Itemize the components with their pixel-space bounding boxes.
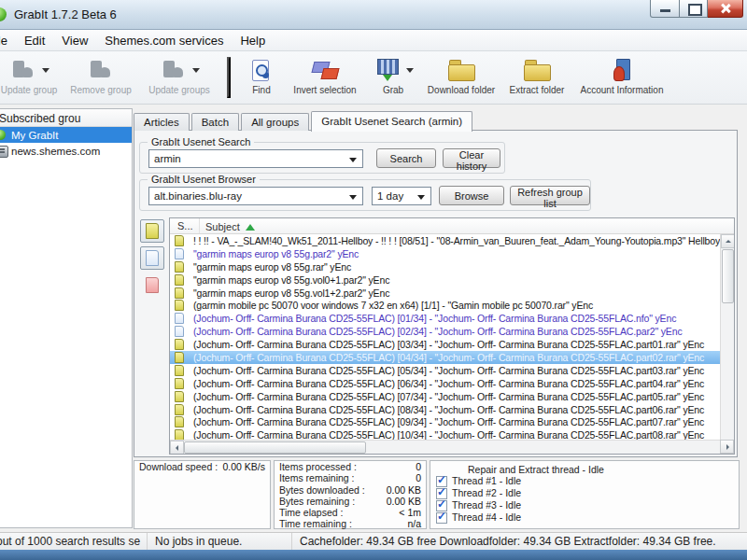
dropdown-arrow-icon[interactable] <box>192 68 200 77</box>
red-file-icon <box>146 277 159 293</box>
find-button[interactable]: Find <box>237 55 286 95</box>
minimize-button[interactable] <box>650 0 680 18</box>
tab-grabit-usenet-search-armin[interactable]: GrabIt Usenet Search (armin) <box>311 111 472 132</box>
filter-archive-files-button[interactable] <box>140 219 164 243</box>
tab-all-groups[interactable]: All groups <box>241 113 309 131</box>
grabit-window: GrabIt 1.7.2 Beta 6 FileEditViewShemes.c… <box>0 0 747 560</box>
article-row[interactable]: "garmin maps europ v8 55g.par2" yEnc <box>170 247 720 260</box>
account-information-button[interactable]: Account Information <box>573 55 670 95</box>
status-bar: out of 1000 search results se No jobs in… <box>0 532 747 550</box>
clear-history-button[interactable]: Clear history <box>443 148 500 168</box>
horizontal-scrollbar-thumb[interactable] <box>184 441 366 454</box>
column-header-s[interactable]: S... <box>170 218 200 233</box>
menu-item-file[interactable]: File <box>0 31 16 50</box>
find-icon <box>247 58 275 83</box>
article-row[interactable]: (Jochum- Orff- Carmina Burana CD25-55FLA… <box>170 390 720 403</box>
article-row[interactable]: ! ! !! - VA_-_SLAM!40_Wk51_2011-Hellboy … <box>170 234 720 247</box>
subscribed-groups-header[interactable]: Subscribed grou <box>0 109 132 127</box>
stat-value: 0 <box>416 462 421 472</box>
menu-item-view[interactable]: View <box>53 31 96 50</box>
thread-label: Thread #1 - Idle <box>452 476 521 487</box>
toolbar-button-label: Invert selection <box>293 85 356 95</box>
article-subject: (Jochum- Orff- Carmina Burana CD25-55FLA… <box>193 365 704 376</box>
repair-extract-panel: Repair and Extract thread - Idle Thread … <box>430 460 740 529</box>
maximize-button[interactable] <box>680 0 708 18</box>
download-folder-button[interactable]: Download folder <box>422 55 500 95</box>
article-row[interactable]: (Jochum- Orff- Carmina Burana CD25-55FLA… <box>170 325 720 338</box>
invert-selection-button[interactable]: Invert selection <box>286 55 364 95</box>
article-row[interactable]: (Jochum- Orff- Carmina Burana CD25-55FLA… <box>170 377 720 390</box>
thread-row: Thread #4 - Idle <box>430 512 739 525</box>
thread-checkbox[interactable] <box>436 512 447 524</box>
article-row[interactable]: "garmin maps europ v8 55g.vol0+1.par2" y… <box>170 273 720 287</box>
toolbar-button-label: Remove group <box>70 85 132 95</box>
horizontal-scrollbar[interactable] <box>170 440 720 454</box>
grab-icon <box>374 58 402 83</box>
sidebar-item-news-shemes-com[interactable]: news.shemes.com <box>0 143 132 159</box>
title-bar[interactable]: GrabIt 1.7.2 Beta 6 <box>0 0 747 30</box>
remove-group-button[interactable]: Remove group <box>63 55 138 95</box>
vertical-scrollbar-thumb[interactable] <box>722 249 734 303</box>
article-row[interactable]: (Jochum- Orff- Carmina Burana CD25-55FLA… <box>170 312 720 325</box>
file-icon <box>175 378 184 389</box>
toolbar-button-top <box>247 57 275 83</box>
article-subject: "garmin maps europ v8 55g.vol0+1.par2" y… <box>193 274 389 286</box>
toolbar-button-label: Grab <box>383 85 403 95</box>
browse-button[interactable]: Browse <box>439 186 504 205</box>
dropdown-arrow-icon[interactable] <box>42 68 49 77</box>
column-header-subject[interactable]: Subject <box>200 218 734 233</box>
article-row[interactable]: (Jochum- Orff- Carmina Burana CD25-55FLA… <box>170 415 720 428</box>
scroll-left-icon[interactable] <box>170 441 184 455</box>
article-subject: ! ! !! - VA_-_SLAM!40_Wk51_2011-Hellboy … <box>193 235 720 246</box>
search-button[interactable]: Search <box>376 148 436 168</box>
period-combo[interactable]: 1 day <box>372 187 431 205</box>
sidebar-item-my-grabit[interactable]: My GrabIt <box>0 127 132 143</box>
yellow-file-icon <box>146 223 159 239</box>
window-controls <box>650 0 743 18</box>
update-groups-button[interactable]: Update groups <box>138 55 220 95</box>
close-button[interactable] <box>708 0 743 18</box>
search-tab-panel: GrabIt Usenet Search armin Search Clear … <box>134 130 738 457</box>
article-row[interactable]: (Jochum- Orff- Carmina Burana CD25-55FLA… <box>170 351 720 364</box>
filter-incomplete-files-button[interactable] <box>140 273 164 297</box>
article-list-header: S... Subject <box>170 218 734 234</box>
download-speed-value: 0.00 KB/s <box>222 462 265 472</box>
subscribed-groups-panel: Subscribed grou My GrabIt news.shemes.co… <box>0 108 133 528</box>
dropdown-arrow-icon[interactable] <box>406 68 414 77</box>
vertical-scrollbar[interactable] <box>720 234 734 440</box>
menu-item-help[interactable]: Help <box>232 31 274 50</box>
thread-row: Thread #3 - Idle <box>430 500 739 512</box>
menu-bar: FileEditViewShemes.com servicesHelp <box>0 30 747 51</box>
article-list: S... Subject ! ! !! - VA_-_SLAM!40_Wk51_… <box>169 217 735 455</box>
filter-par-files-button[interactable] <box>140 246 164 270</box>
stat-value: n/a <box>407 519 421 529</box>
article-row[interactable]: (Jochum- Orff- Carmina Burana CD25-55FLA… <box>170 428 720 440</box>
update-group-button[interactable]: Update group <box>0 55 63 95</box>
tab-batch[interactable]: Batch <box>191 113 239 131</box>
article-row[interactable]: (garmin mobile pc 50070 voor windows 7 x… <box>170 299 720 312</box>
article-subject: (Jochum- Orff- Carmina Burana CD25-55FLA… <box>193 339 704 350</box>
tab-articles[interactable]: Articles <box>134 113 190 131</box>
tree-item-label: My GrabIt <box>11 130 58 141</box>
search-query-combo[interactable]: armin <box>148 149 363 168</box>
file-icon <box>175 404 184 415</box>
scroll-up-icon[interactable] <box>721 234 735 248</box>
article-row[interactable]: (Jochum- Orff- Carmina Burana CD25-55FLA… <box>170 364 720 377</box>
toolbar-button-label: Extract folder <box>510 85 565 95</box>
refresh-group-list-button[interactable]: Refresh group list <box>510 186 590 205</box>
newsgroup-combo[interactable]: alt.binaries.blu-ray <box>148 187 363 205</box>
grab-button[interactable]: Grab <box>364 55 422 95</box>
article-row[interactable]: (Jochum- Orff- Carmina Burana CD25-55FLA… <box>170 403 720 416</box>
window-bottom-border <box>0 550 747 560</box>
article-row[interactable]: "garmin maps europ v8 55g.vol1+2.par2" y… <box>170 287 720 300</box>
article-row[interactable]: (Jochum- Orff- Carmina Burana CD25-55FLA… <box>170 338 720 351</box>
scroll-right-icon[interactable] <box>720 440 734 454</box>
menu-item-shemes-com-services[interactable]: Shemes.com services <box>96 31 232 50</box>
article-row[interactable]: "garmin maps europ v8 55g.rar" yEnc <box>170 260 720 273</box>
stat-label: Items processed : <box>279 462 357 472</box>
tree-item-label: news.shemes.com <box>11 146 100 157</box>
menu-item-edit[interactable]: Edit <box>16 31 53 50</box>
extract-folder-button[interactable]: Extract folder <box>500 55 573 95</box>
toolbar-button-label: Find <box>252 85 270 95</box>
account-information-icon <box>608 58 636 83</box>
